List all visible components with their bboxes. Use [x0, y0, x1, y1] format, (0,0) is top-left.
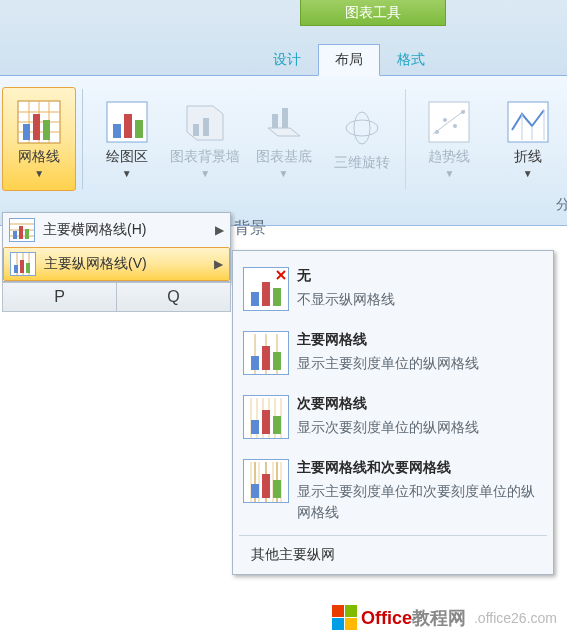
- plotarea-icon: [105, 100, 149, 144]
- separator: [405, 89, 406, 189]
- svg-rect-52: [273, 352, 281, 370]
- svg-rect-69: [251, 484, 259, 498]
- chevron-right-icon: ▶: [215, 223, 224, 237]
- ribbon: 网格线 ▼ 绘图区 ▼ 图表背景墙 ▼ 图表基底 ▼: [0, 76, 567, 226]
- gridlines-submenu: 主要横网格线(H) ▶ 主要纵网格线(V) ▶: [2, 212, 231, 282]
- svg-rect-15: [203, 118, 209, 136]
- svg-rect-11: [113, 124, 121, 138]
- svg-rect-43: [262, 282, 270, 306]
- tab-strip: 设计 布局 格式: [0, 45, 567, 75]
- tab-layout[interactable]: 布局: [318, 44, 380, 76]
- option-desc: 显示主要刻度单位和次要刻度单位的纵网格线: [297, 481, 543, 523]
- rotate3d-label: 三维旋转: [334, 154, 390, 172]
- gridlines-icon: [17, 100, 61, 144]
- chartfloor-label: 图表基底: [256, 148, 312, 166]
- group-background-label: 背景: [234, 218, 266, 239]
- horizontal-gridlines-icon: [9, 218, 35, 242]
- svg-rect-39: [14, 265, 18, 273]
- brand-gray: 教程网: [412, 608, 466, 628]
- lines-icon: [506, 100, 550, 144]
- svg-rect-12: [124, 114, 132, 138]
- svg-point-18: [346, 120, 378, 136]
- titlebar: 图表工具 设计 布局 格式: [0, 0, 567, 76]
- option-minor[interactable]: 次要网格线 显示次要刻度单位的纵网格线: [239, 385, 547, 449]
- svg-rect-50: [251, 356, 259, 370]
- item-label: 主要纵网格线(V): [44, 255, 214, 273]
- vertical-gridlines-options: 无 不显示纵网格线 主要网格线 显示主要刻度单位的纵网格线 次要网格线 显示次要…: [232, 250, 554, 575]
- chevron-down-icon: ▼: [279, 168, 289, 179]
- option-none[interactable]: 无 不显示纵网格线: [239, 257, 547, 321]
- chevron-down-icon: ▼: [122, 168, 132, 179]
- svg-rect-8: [33, 114, 40, 140]
- svg-point-22: [443, 118, 447, 122]
- chartwall-label: 图表背景墙: [170, 148, 240, 166]
- none-icon: [243, 267, 289, 311]
- plotarea-label: 绘图区: [106, 148, 148, 166]
- tab-design[interactable]: 设计: [256, 44, 318, 75]
- vertical-gridlines-icon: [10, 252, 36, 276]
- watermark: Office教程网 .office26.com: [332, 605, 557, 630]
- option-desc: 显示主要刻度单位的纵网格线: [297, 353, 543, 374]
- svg-rect-41: [26, 263, 30, 273]
- svg-point-23: [453, 124, 457, 128]
- chevron-down-icon: ▼: [34, 168, 44, 179]
- chartfloor-button: 图表基底 ▼: [246, 87, 320, 191]
- trendline-label: 趋势线: [428, 148, 470, 166]
- gridlines-label: 网格线: [18, 148, 60, 166]
- option-title: 次要网格线: [297, 395, 543, 413]
- major-vertical-gridlines-item[interactable]: 主要纵网格线(V) ▶: [3, 247, 230, 281]
- svg-rect-42: [251, 292, 259, 306]
- chevron-right-icon: ▶: [214, 257, 223, 271]
- svg-rect-33: [13, 231, 17, 239]
- svg-rect-44: [273, 288, 281, 306]
- chevron-down-icon: ▼: [523, 168, 533, 179]
- plotarea-button[interactable]: 绘图区 ▼: [89, 87, 163, 191]
- option-title: 主要网格线: [297, 331, 543, 349]
- column-header-p[interactable]: P: [3, 283, 117, 311]
- x-red-icon: [276, 270, 286, 280]
- option-major[interactable]: 主要网格线 显示主要刻度单位的纵网格线: [239, 321, 547, 385]
- svg-rect-16: [272, 114, 278, 128]
- more-options-item[interactable]: 其他主要纵网: [239, 538, 547, 574]
- chartwall-button: 图表背景墙 ▼: [168, 87, 242, 191]
- option-desc: 显示次要刻度单位的纵网格线: [297, 417, 543, 438]
- trendline-button: 趋势线 ▼: [412, 87, 486, 191]
- lines-label: 折线: [514, 148, 542, 166]
- svg-rect-7: [23, 124, 30, 140]
- minor-icon: [243, 395, 289, 439]
- chevron-down-icon: ▼: [444, 168, 454, 179]
- svg-rect-9: [43, 120, 50, 140]
- svg-rect-70: [262, 474, 270, 498]
- item-label: 主要横网格线(H): [43, 221, 215, 239]
- contextual-tool-title: 图表工具: [300, 0, 446, 26]
- column-header-q[interactable]: Q: [117, 283, 230, 311]
- brand-url: .office26.com: [474, 610, 557, 626]
- svg-rect-71: [273, 480, 281, 498]
- chevron-down-icon: ▼: [200, 168, 210, 179]
- svg-rect-34: [19, 226, 23, 239]
- lines-button[interactable]: 折线 ▼: [491, 87, 565, 191]
- column-headers[interactable]: P Q: [2, 282, 231, 312]
- major-icon: [243, 331, 289, 375]
- major-horizontal-gridlines-item[interactable]: 主要横网格线(H) ▶: [3, 213, 230, 247]
- rotate3d-button: 三维旋转: [325, 87, 399, 191]
- option-desc: 不显示纵网格线: [297, 289, 543, 310]
- tab-format[interactable]: 格式: [380, 44, 442, 75]
- group-analysis-label: 分: [556, 196, 566, 220]
- gridlines-button[interactable]: 网格线 ▼: [2, 87, 76, 191]
- option-both[interactable]: 主要网格线和次要网格线 显示主要刻度单位和次要刻度单位的纵网格线: [239, 449, 547, 533]
- separator: [239, 535, 547, 536]
- office-logo-icon: [332, 605, 357, 630]
- svg-rect-35: [25, 229, 29, 239]
- chartwall-icon: [183, 100, 227, 144]
- svg-point-19: [354, 112, 370, 144]
- svg-rect-59: [251, 420, 259, 434]
- svg-rect-51: [262, 346, 270, 370]
- chartfloor-icon: [262, 100, 306, 144]
- separator: [82, 89, 83, 189]
- option-title: 主要网格线和次要网格线: [297, 459, 543, 477]
- rotate3d-icon: [340, 106, 384, 150]
- svg-rect-40: [20, 260, 24, 273]
- both-icon: [243, 459, 289, 503]
- trendline-icon: [427, 100, 471, 144]
